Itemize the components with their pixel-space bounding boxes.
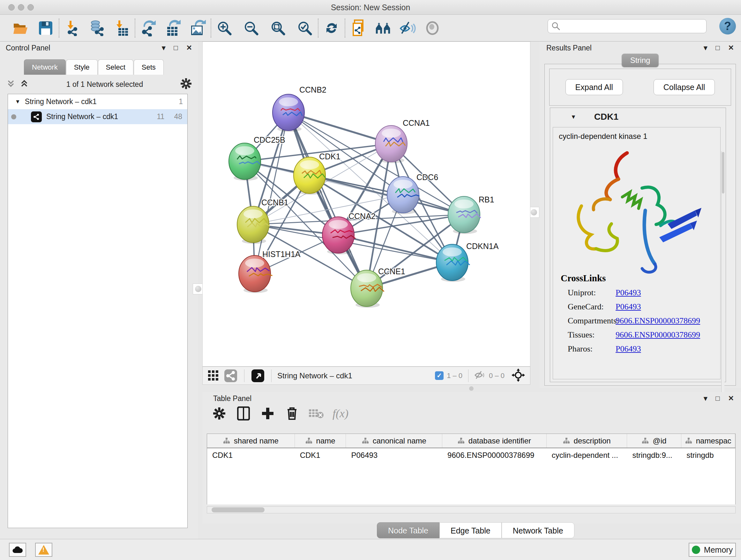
- close-panel-icon[interactable]: ✕: [186, 44, 192, 52]
- column-header-canonical-name[interactable]: canonical name: [346, 434, 442, 448]
- tab-string[interactable]: String: [622, 54, 659, 67]
- zoom-in-icon[interactable]: [216, 19, 233, 37]
- help-button[interactable]: ?: [719, 18, 736, 35]
- float-panel-icon[interactable]: □: [174, 44, 178, 52]
- node-attribute-table[interactable]: shared namenamecanonical namedatabase id…: [207, 434, 736, 504]
- selected-nodes-checkbox[interactable]: ✓: [435, 371, 444, 380]
- node-CCNB1[interactable]: CCNB1: [237, 198, 288, 244]
- network-view-canvas[interactable]: CCNB2CCNA1CDC25BCDK1CDC6RB1CCNB1CCNA2CDK…: [202, 42, 530, 367]
- cell-namespac[interactable]: stringdb: [681, 448, 735, 463]
- table-options-gear-icon[interactable]: [212, 406, 226, 421]
- crosslink-link[interactable]: P06493: [616, 302, 641, 312]
- node-RB1[interactable]: RB1: [448, 195, 494, 234]
- cell-shared-name[interactable]: CDK1: [207, 448, 295, 463]
- zoom-out-icon[interactable]: [243, 19, 260, 37]
- crosslink-link[interactable]: P06493: [616, 344, 641, 354]
- cell-@id[interactable]: stringdb:9...: [627, 448, 681, 463]
- show-all-icon[interactable]: [424, 19, 441, 37]
- new-network-from-selection-icon[interactable]: [350, 19, 367, 37]
- import-table-file-icon[interactable]: [113, 19, 130, 37]
- import-network-file-icon[interactable]: [64, 19, 81, 37]
- network-collection-row[interactable]: ▼ String Network – cdk1 1: [8, 94, 187, 109]
- column-header-name[interactable]: name: [295, 434, 346, 448]
- network-options-gear-icon[interactable]: [181, 78, 192, 90]
- collapse-panel-icon[interactable]: ▾: [704, 394, 707, 402]
- memory-button[interactable]: Memory: [689, 543, 736, 557]
- node-CDC6[interactable]: CDC6: [387, 173, 438, 214]
- collapse-panel-icon[interactable]: ▾: [162, 44, 165, 52]
- open-session-icon[interactable]: [12, 19, 29, 37]
- tab-select[interactable]: Select: [98, 59, 133, 75]
- section-expander-icon[interactable]: ▼: [570, 114, 576, 120]
- float-panel-icon[interactable]: □: [716, 44, 720, 52]
- add-column-icon[interactable]: [260, 406, 275, 421]
- hidden-eye-icon[interactable]: [474, 370, 486, 381]
- collapse-all-networks-icon[interactable]: [20, 79, 29, 90]
- edge-CCNB2-CCNE1[interactable]: [288, 112, 367, 288]
- hide-selection-eye-icon[interactable]: [399, 19, 416, 37]
- collapse-all-button[interactable]: Collapse All: [654, 79, 715, 95]
- column-header-namespac[interactable]: namespac: [681, 434, 735, 448]
- expand-all-networks-icon[interactable]: [6, 79, 15, 90]
- node-CCNA1[interactable]: CCNA1: [375, 118, 430, 163]
- window-minimize-button[interactable]: [18, 4, 24, 10]
- export-table-icon[interactable]: [164, 19, 181, 37]
- table-horizontal-scrollbar[interactable]: [207, 506, 736, 513]
- node-CCNE1[interactable]: CCNE1: [351, 267, 405, 308]
- tree-expander-icon[interactable]: ▼: [15, 99, 20, 105]
- delete-column-icon[interactable]: [285, 406, 299, 421]
- show-columns-icon[interactable]: [236, 406, 251, 421]
- crosslink-link[interactable]: 9606.ENSP00000378699: [616, 316, 700, 326]
- column-header-shared-name[interactable]: shared name: [207, 434, 295, 448]
- grid-view-icon[interactable]: [207, 367, 220, 384]
- warnings-button[interactable]: [35, 543, 52, 557]
- tab-network-table[interactable]: Network Table: [502, 522, 575, 538]
- export-image-icon[interactable]: [189, 19, 206, 37]
- node-CDK1[interactable]: CDK1: [293, 152, 340, 195]
- cell-canonical-name[interactable]: P06493: [346, 448, 442, 463]
- node-CCNB2[interactable]: CCNB2: [273, 85, 327, 132]
- tab-sets[interactable]: Sets: [134, 59, 164, 75]
- cell-name[interactable]: CDK1: [295, 448, 346, 463]
- network-row-selected[interactable]: String Network – cdk1 11 48: [8, 109, 187, 124]
- search-input[interactable]: [561, 22, 706, 30]
- column-header-description[interactable]: description: [547, 434, 627, 448]
- detach-view-icon[interactable]: [250, 367, 266, 384]
- crosslink-link[interactable]: P06493: [616, 288, 641, 298]
- column-header-database-identifier[interactable]: database identifier: [442, 434, 547, 448]
- tab-node-table[interactable]: Node Table: [377, 522, 440, 538]
- cell-description[interactable]: cyclin-dependent ...: [547, 448, 627, 463]
- first-neighbors-icon[interactable]: [375, 19, 392, 37]
- import-network-database-icon[interactable]: [88, 19, 105, 37]
- results-scrollbar-thumb[interactable]: [722, 152, 724, 193]
- window-zoom-button[interactable]: [27, 4, 34, 10]
- tab-network[interactable]: Network: [24, 59, 66, 75]
- zoom-fit-icon[interactable]: [269, 19, 286, 37]
- tab-edge-table[interactable]: Edge Table: [440, 522, 502, 538]
- scrollbar-thumb[interactable]: [212, 507, 265, 512]
- cell-database-identifier[interactable]: 9606.ENSP00000378699: [442, 448, 547, 463]
- window-close-button[interactable]: [8, 4, 15, 10]
- collapse-panel-icon[interactable]: ▾: [704, 44, 707, 52]
- birds-eye-view-icon[interactable]: [512, 368, 525, 383]
- crosslink-link[interactable]: 9606.ENSP00000378699: [616, 330, 700, 340]
- cloud-status-button[interactable]: [9, 543, 26, 557]
- expand-all-button[interactable]: Expand All: [565, 79, 623, 95]
- float-panel-icon[interactable]: □: [716, 394, 720, 402]
- left-divider-handle[interactable]: [193, 284, 204, 294]
- save-session-icon[interactable]: [37, 19, 54, 37]
- search-field[interactable]: [548, 19, 706, 33]
- column-header-@id[interactable]: @id: [627, 434, 681, 448]
- export-network-icon[interactable]: [140, 19, 157, 37]
- apply-layout-icon[interactable]: [323, 19, 340, 37]
- close-panel-icon[interactable]: ✕: [728, 394, 734, 402]
- network-share-view-icon[interactable]: [223, 367, 239, 384]
- node-HIST1H1A[interactable]: HIST1H1A: [239, 250, 300, 293]
- results-scrollbar[interactable]: [721, 151, 724, 426]
- table-row[interactable]: CDK1CDK1P064939606.ENSP00000378699cyclin…: [207, 448, 735, 463]
- zoom-selected-icon[interactable]: [296, 19, 313, 37]
- close-panel-icon[interactable]: ✕: [728, 44, 734, 52]
- tab-style[interactable]: Style: [66, 59, 98, 75]
- node-CDKN1A[interactable]: CDKN1A: [436, 242, 499, 282]
- divider-handle-dot[interactable]: [469, 386, 474, 391]
